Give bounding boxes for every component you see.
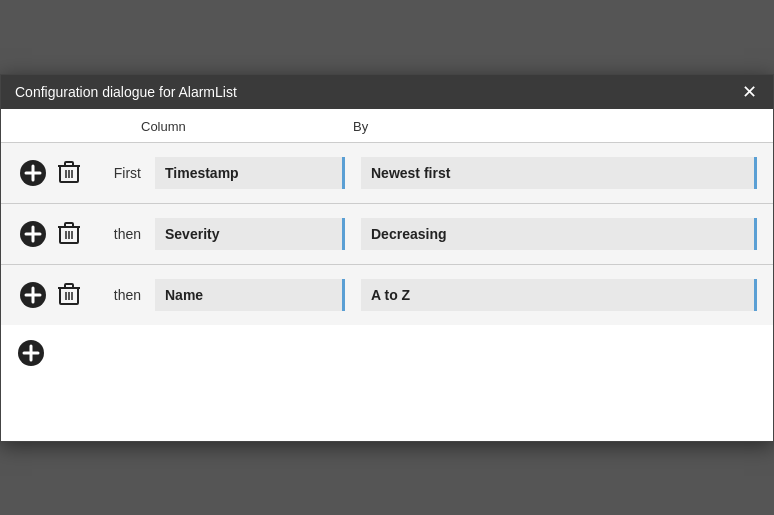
add-sort-button-3[interactable] (17, 279, 49, 311)
sort-order-label-2: then (93, 226, 141, 242)
sort-row-1: First Timestamp Severity Name State Newe… (1, 142, 773, 203)
add-sort-button-1[interactable] (17, 157, 49, 189)
delete-row-2-button[interactable] (55, 218, 83, 250)
column-headers: Column By (1, 109, 773, 142)
delete-row-3-button[interactable] (55, 279, 83, 311)
column-select-3[interactable]: Timestamp Severity Name State (155, 279, 345, 311)
add-sort-button-2[interactable] (17, 218, 49, 250)
sort-row-3: then Timestamp Severity Name State Newes… (1, 264, 773, 325)
column-dropdown-wrapper-1[interactable]: Timestamp Severity Name State (155, 157, 345, 189)
by-select-3[interactable]: Newest first Oldest first Increasing Dec… (361, 279, 757, 311)
close-button[interactable]: ✕ (740, 83, 759, 101)
add-new-sort-row[interactable] (1, 325, 773, 381)
sort-order-label-1: First (93, 165, 141, 181)
by-dropdown-wrapper-3[interactable]: Newest first Oldest first Increasing Dec… (361, 279, 757, 311)
dialog-title: Configuration dialogue for AlarmList (15, 84, 237, 100)
dialog-footer (1, 381, 773, 441)
by-select-2[interactable]: Newest first Oldest first Increasing Dec… (361, 218, 757, 250)
column-select-1[interactable]: Timestamp Severity Name State (155, 157, 345, 189)
svg-rect-23 (65, 284, 73, 288)
column-header-by: By (337, 119, 757, 134)
dialog-header: Configuration dialogue for AlarmList ✕ (1, 75, 773, 109)
column-dropdown-wrapper-2[interactable]: Timestamp Severity Name State (155, 218, 345, 250)
dialog-body: Column By (1, 109, 773, 441)
by-dropdown-wrapper-2[interactable]: Newest first Oldest first Increasing Dec… (361, 218, 757, 250)
column-dropdown-wrapper-3[interactable]: Timestamp Severity Name State (155, 279, 345, 311)
column-select-2[interactable]: Timestamp Severity Name State (155, 218, 345, 250)
by-dropdown-wrapper-1[interactable]: Newest first Oldest first Increasing Dec… (361, 157, 757, 189)
sort-order-label-3: then (93, 287, 141, 303)
configuration-dialog: Configuration dialogue for AlarmList ✕ C… (0, 74, 774, 442)
delete-row-1-button[interactable] (55, 157, 83, 189)
column-header-column: Column (137, 119, 337, 134)
add-new-sort-icon[interactable] (17, 339, 45, 367)
svg-rect-5 (65, 162, 73, 166)
sort-row-2: then Timestamp Severity Name State Newes… (1, 203, 773, 264)
svg-rect-14 (65, 223, 73, 227)
by-select-1[interactable]: Newest first Oldest first Increasing Dec… (361, 157, 757, 189)
